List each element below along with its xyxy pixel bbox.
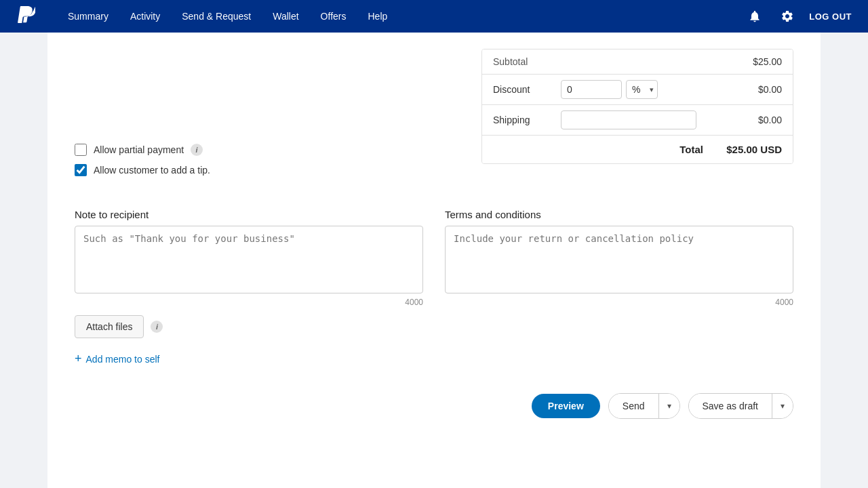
terms-textarea[interactable] [445,226,793,293]
nav-help[interactable]: Help [357,0,398,33]
nav-activity[interactable]: Activity [119,0,171,33]
checkbox-section: Allow partial payment i Allow customer t… [75,144,465,176]
partial-payment-info-icon[interactable]: i [191,144,203,156]
settings-gear-button[interactable] [776,5,798,27]
total-label: Total [679,144,714,155]
save-draft-button[interactable]: Save as draft [689,394,772,418]
discount-amount: $0.00 [734,84,782,95]
shipping-input[interactable] [561,110,696,129]
paypal-logo [16,6,35,27]
tip-checkbox[interactable] [75,164,87,176]
terms-label: Terms and conditions [445,209,793,220]
discount-label: Discount [493,84,561,95]
add-memo-link[interactable]: + Add memo to self [75,352,793,366]
tip-label: Allow customer to add a tip. [94,165,210,176]
terms-char-count: 4000 [445,298,793,307]
send-chevron-icon: ▾ [667,401,671,411]
note-label: Note to recipient [75,209,423,220]
shipping-row: Shipping $0.00 [482,105,793,136]
footer-actions: Preview Send ▾ Save as draft ▾ [75,388,793,419]
terms-col: Terms and conditions 4000 [445,209,793,307]
discount-unit-select[interactable]: % $ [626,80,658,99]
shipping-label: Shipping [493,115,561,125]
add-memo-label: Add memo to self [86,354,160,365]
subtotal-row: Subtotal $25.00 [482,49,793,75]
send-chevron-button[interactable]: ▾ [658,394,679,418]
total-row: Total $25.00 USD [482,136,793,163]
navbar: Summary Activity Send & Request Wallet O… [0,0,868,33]
shipping-amount: $0.00 [734,115,782,125]
save-draft-button-group: Save as draft ▾ [688,393,794,419]
page-wrapper: Allow partial payment i Allow customer t… [0,33,868,488]
top-left: Allow partial payment i Allow customer t… [75,49,465,192]
content-card: Allow partial payment i Allow customer t… [47,33,821,488]
send-button-group: Send ▾ [608,393,680,419]
discount-unit-wrapper: % $ [626,80,658,99]
nav-summary[interactable]: Summary [57,0,119,33]
save-draft-chevron-button[interactable]: ▾ [772,394,793,418]
note-char-count: 4000 [75,298,423,307]
total-amount: $25.00 USD [714,144,782,155]
pricing-table: Subtotal $25.00 Discount % $ [481,49,793,164]
subtotal-label: Subtotal [493,56,528,67]
partial-payment-row: Allow partial payment i [75,144,465,156]
discount-input[interactable] [561,80,622,99]
logout-button[interactable]: LOG OUT [809,12,852,22]
note-textarea[interactable] [75,226,423,293]
preview-button[interactable]: Preview [532,394,600,418]
pricing-section: Subtotal $25.00 Discount % $ [481,49,793,192]
tip-row: Allow customer to add a tip. [75,164,465,176]
partial-payment-checkbox[interactable] [75,144,87,156]
attach-section: Attach files i [75,315,793,338]
notes-section: Note to recipient 4000 Terms and conditi… [75,209,793,307]
nav-send-request[interactable]: Send & Request [171,0,262,33]
top-section: Allow partial payment i Allow customer t… [75,49,793,192]
save-draft-chevron-icon: ▾ [781,401,785,411]
add-memo-plus-icon: + [75,352,82,366]
nav-wallet[interactable]: Wallet [262,0,309,33]
subtotal-amount: $25.00 [753,56,782,67]
nav-links: Summary Activity Send & Request Wallet O… [57,0,744,33]
nav-right-actions: LOG OUT [744,5,852,27]
attach-info-icon[interactable]: i [151,321,163,333]
nav-offers[interactable]: Offers [310,0,357,33]
discount-row: Discount % $ $0.00 [482,75,793,105]
partial-payment-label: Allow partial payment [94,144,184,155]
note-col: Note to recipient 4000 [75,209,423,307]
notification-bell-button[interactable] [744,5,766,27]
send-button[interactable]: Send [609,394,658,418]
discount-input-group: % $ [561,80,734,99]
shipping-input-group [561,110,734,129]
attach-files-button[interactable]: Attach files [75,315,144,338]
